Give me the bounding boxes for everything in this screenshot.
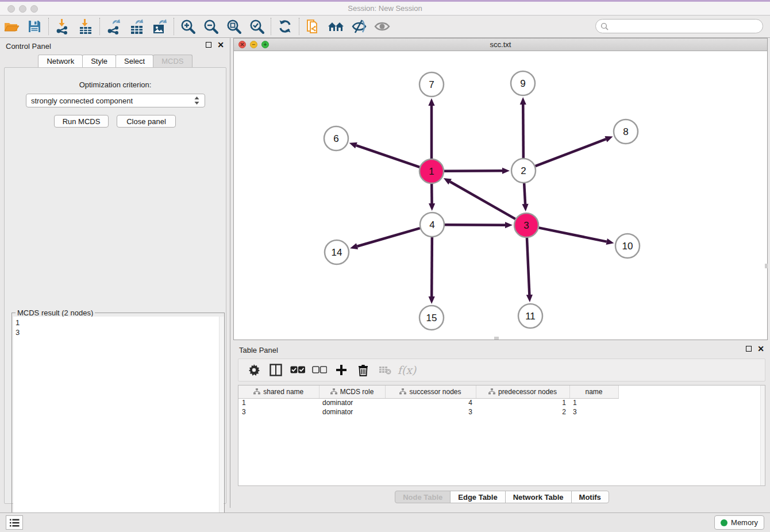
memory-button[interactable]: Memory [714, 515, 764, 530]
first-neighbors-icon[interactable] [325, 17, 348, 36]
edge-3-11[interactable] [526, 238, 533, 302]
float-table-panel-icon[interactable] [746, 346, 752, 352]
search-box[interactable] [595, 19, 763, 33]
tab-network[interactable]: Network [38, 55, 83, 67]
cell-predecessor-nodes[interactable]: 2 [476, 407, 569, 417]
v-scrollbar-thumb[interactable] [765, 264, 768, 268]
cell-name[interactable]: 1 [569, 398, 618, 407]
cell-predecessor-nodes[interactable]: 1 [476, 398, 569, 407]
edge-2-8[interactable] [536, 136, 613, 166]
export-network-icon[interactable] [102, 17, 125, 36]
table-scrollbar[interactable] [760, 385, 765, 485]
node-4[interactable]: 4 [420, 213, 444, 237]
float-panel-icon[interactable] [206, 42, 211, 48]
tab-node-table[interactable]: Node Table [395, 491, 451, 503]
column-header-shared-name[interactable]: shared name [238, 385, 319, 398]
close-panel-icon[interactable]: ✕ [217, 42, 224, 48]
tab-select[interactable]: Select [116, 55, 153, 67]
node-3[interactable]: 3 [514, 213, 538, 237]
save-session-icon[interactable] [23, 17, 46, 36]
svg-text:1: 1 [429, 166, 434, 177]
column-header-MCDS-role[interactable]: MCDS role [319, 385, 385, 398]
svg-text:8: 8 [623, 126, 628, 137]
cell-shared-name[interactable]: 3 [238, 407, 319, 417]
node-15[interactable]: 15 [419, 306, 444, 330]
export-image-icon[interactable] [148, 17, 171, 36]
delete-icon[interactable] [353, 361, 373, 379]
tab-style[interactable]: Style [82, 55, 116, 67]
node-7[interactable]: 7 [419, 72, 444, 97]
cell-name[interactable]: 3 [569, 407, 618, 417]
edge-4-3[interactable] [445, 222, 513, 228]
node-2[interactable]: 2 [511, 159, 536, 183]
tab-mcds[interactable]: MCDS [153, 55, 192, 67]
tab-motifs[interactable]: Motifs [571, 491, 609, 503]
columns-icon[interactable] [266, 361, 286, 379]
zoom-fit-icon[interactable] [222, 17, 245, 36]
task-history-button[interactable] [6, 515, 23, 530]
cell-MCDS-role[interactable]: dominator [319, 398, 385, 407]
edge-1-7[interactable] [428, 98, 434, 159]
cell-shared-name[interactable]: 1 [238, 398, 319, 407]
result-scrollbar[interactable] [219, 317, 223, 530]
table-row[interactable]: 1dominator411 [238, 398, 618, 407]
edge-2-3[interactable] [522, 183, 528, 211]
node-14[interactable]: 14 [325, 240, 349, 264]
deselect-all-icon[interactable] [310, 361, 329, 379]
node-10[interactable]: 10 [615, 234, 640, 258]
import-network-icon[interactable] [51, 17, 74, 36]
table-row[interactable]: 3dominator323 [238, 407, 618, 417]
cell-successor-nodes[interactable]: 4 [385, 398, 476, 407]
import-table-icon[interactable] [74, 17, 97, 36]
svg-text:3: 3 [523, 220, 529, 231]
column-header-successor-nodes[interactable]: successor nodes [385, 385, 476, 398]
mcds-result-text[interactable]: 1 3 [13, 317, 224, 530]
edge-2-9[interactable] [520, 97, 526, 158]
h-scrollbar-thumb[interactable] [494, 337, 499, 340]
network-window-titlebar[interactable]: ✕ − + scc.txt [234, 38, 767, 51]
column-header-predecessor-nodes[interactable]: predecessor nodes [476, 385, 569, 398]
toolbar-separator [99, 18, 100, 35]
close-table-panel-icon[interactable]: ✕ [757, 346, 764, 352]
zoom-selected-icon[interactable] [245, 17, 268, 36]
tab-network-table[interactable]: Network Table [505, 491, 572, 503]
tab-edge-table[interactable]: Edge Table [450, 491, 505, 503]
search-input[interactable] [609, 21, 763, 32]
zoom-in-icon[interactable] [176, 17, 199, 36]
delete-table-icon[interactable] [375, 361, 395, 379]
edge-4-15[interactable] [429, 237, 435, 304]
open-session-icon[interactable] [0, 17, 23, 36]
zoom-out-icon[interactable] [199, 17, 222, 36]
node-9[interactable]: 9 [511, 71, 535, 95]
add-column-icon[interactable] [332, 361, 351, 379]
function-builder-icon[interactable]: f(x) [397, 361, 417, 379]
edge-1-4[interactable] [429, 184, 435, 211]
edge-3-1[interactable] [444, 178, 515, 219]
node-6[interactable]: 6 [324, 126, 348, 151]
node-1[interactable]: 1 [419, 159, 444, 183]
column-header-name[interactable]: name [569, 385, 618, 398]
network-canvas[interactable]: 7968124314101511 [234, 51, 767, 340]
cell-successor-nodes[interactable]: 3 [385, 407, 476, 417]
svg-text:9: 9 [520, 78, 525, 89]
gear-icon[interactable] [244, 361, 264, 379]
table-toolbar: f(x) [238, 358, 765, 381]
run-mcds-button[interactable]: Run MCDS [54, 115, 109, 128]
mcds-result-title: MCDS result (2 nodes) [16, 309, 95, 317]
optimization-criterion-select[interactable]: strongly connected component [26, 94, 205, 107]
node-table[interactable]: shared nameMCDS rolesuccessor nodesprede… [238, 385, 765, 486]
edge-4-14[interactable] [350, 228, 420, 249]
select-all-icon[interactable] [288, 361, 307, 379]
cell-MCDS-role[interactable]: dominator [319, 407, 385, 417]
node-11[interactable]: 11 [518, 304, 542, 328]
close-panel-button[interactable]: Close panel [117, 115, 176, 128]
edge-3-10[interactable] [539, 228, 614, 245]
hide-selected-icon[interactable] [348, 17, 371, 36]
edge-1-6[interactable] [349, 142, 419, 167]
show-all-icon[interactable] [371, 17, 394, 36]
refresh-icon[interactable] [274, 17, 297, 36]
node-8[interactable]: 8 [614, 119, 638, 144]
edge-1-2[interactable] [444, 168, 510, 174]
clone-network-icon[interactable] [302, 17, 325, 36]
export-table-icon[interactable] [125, 17, 148, 36]
